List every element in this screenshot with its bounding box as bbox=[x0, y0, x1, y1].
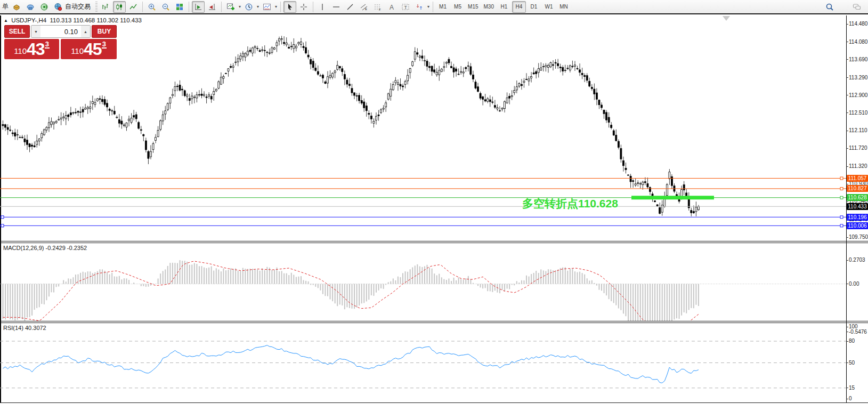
buy-price-main: 45 bbox=[84, 40, 102, 58]
axis-tick-label: 0.00 bbox=[849, 281, 859, 287]
axis-tick bbox=[846, 260, 848, 261]
buy-price-prefix: 110 bbox=[71, 44, 84, 58]
axis-tick bbox=[846, 237, 848, 238]
text-label-tool[interactable]: T bbox=[399, 1, 412, 13]
tf-w1-button[interactable]: W1 bbox=[542, 1, 556, 13]
text-tool[interactable]: A bbox=[385, 1, 398, 13]
templates-dropdown-caret[interactable]: ▾ bbox=[274, 4, 278, 9]
auto-scroll-button[interactable] bbox=[192, 1, 205, 13]
sell-price-main: 43 bbox=[27, 40, 45, 58]
pane-divider[interactable] bbox=[0, 241, 868, 241]
pivot-annotation[interactable]: 多空转折点110.628 bbox=[522, 196, 618, 211]
chat-icon[interactable] bbox=[850, 1, 863, 13]
tf-h4-button[interactable]: H4 bbox=[512, 1, 526, 13]
market-cloud-icon[interactable] bbox=[24, 1, 37, 13]
axis-tick bbox=[846, 399, 848, 399]
axis-tick-label: 15 bbox=[849, 385, 855, 391]
tf-h1-button[interactable]: H1 bbox=[497, 1, 511, 13]
buy-quote[interactable]: 110 45 3 bbox=[61, 39, 117, 59]
axis-tick bbox=[846, 77, 848, 78]
tf-d1-button[interactable]: D1 bbox=[527, 1, 541, 13]
axis-tick bbox=[846, 184, 848, 184]
tf-mn-button[interactable]: MN bbox=[557, 1, 571, 13]
pane-divider[interactable] bbox=[0, 323, 868, 323]
axis-tick bbox=[846, 95, 848, 95]
macd-canvas[interactable] bbox=[0, 243, 846, 321]
tf-m30-button[interactable]: M30 bbox=[482, 1, 496, 13]
pane-divider[interactable] bbox=[0, 321, 868, 321]
horizontal-line-tool[interactable] bbox=[330, 1, 343, 13]
tf-m5-button[interactable]: M5 bbox=[451, 1, 465, 13]
zoom-in-button[interactable] bbox=[145, 1, 158, 13]
line-chart-button[interactable] bbox=[127, 1, 140, 13]
autotrade-button[interactable]: 自动交易 bbox=[52, 1, 94, 13]
current-price-badge: 110.433 bbox=[847, 203, 868, 210]
tf-m15-button[interactable]: M15 bbox=[466, 1, 480, 13]
buy-price-sup: 3 bbox=[102, 41, 107, 49]
symbol-title: USDJPY-,H4 bbox=[11, 17, 46, 23]
chart-window: ▲ USDJPY-,H4 110.313 110.468 110.302 110… bbox=[0, 15, 868, 411]
axis-tick bbox=[846, 24, 848, 25]
toolbar-separator bbox=[142, 2, 143, 12]
chart-shift-button[interactable] bbox=[206, 1, 218, 13]
sell-price-sup: 3 bbox=[45, 41, 50, 49]
axis-tick-label: 80 bbox=[849, 338, 855, 344]
candlestick-chart-button[interactable] bbox=[113, 1, 126, 13]
svg-text:T: T bbox=[404, 4, 408, 10]
cursor-button[interactable] bbox=[283, 1, 296, 13]
arrows-tool[interactable] bbox=[413, 1, 426, 13]
toolbar-separator bbox=[280, 2, 281, 12]
axis-tick-label: -0.5476 bbox=[849, 329, 867, 335]
axis-tick bbox=[846, 327, 848, 327]
axis-tick-label: 112.510 bbox=[849, 110, 867, 116]
mt4-window: 单 自动交易 bbox=[0, 0, 868, 411]
chart-shift-marker[interactable] bbox=[723, 16, 730, 21]
axis-tick-label: 0.2703 bbox=[849, 257, 865, 263]
axis-tick bbox=[846, 148, 848, 149]
symbol-header: ▲ USDJPY-,H4 110.313 110.468 110.302 110… bbox=[4, 17, 142, 23]
vertical-line-tool[interactable] bbox=[316, 1, 329, 13]
periods-dropdown-caret[interactable]: ▾ bbox=[256, 4, 260, 9]
volume-increase-button[interactable]: ▲ bbox=[81, 26, 90, 37]
sell-button[interactable]: SELL bbox=[4, 25, 30, 38]
tf-m1-button[interactable]: M1 bbox=[436, 1, 450, 13]
price-level-badge: 110.628 bbox=[847, 194, 868, 201]
toolbar-separator bbox=[433, 2, 433, 12]
volume-input[interactable] bbox=[40, 26, 81, 37]
deposit-icon[interactable] bbox=[10, 1, 23, 13]
one-click-trading-panel: SELL ▼ ▲ BUY 110 43 3 110 45 3 bbox=[4, 25, 117, 59]
fibonacci-tool[interactable]: F bbox=[371, 1, 384, 13]
pane-divider[interactable] bbox=[0, 243, 868, 243]
axis-tick-label: 112.110 bbox=[849, 127, 867, 133]
toolbar-separator bbox=[221, 2, 222, 12]
price-chart-canvas[interactable] bbox=[0, 15, 846, 241]
axis-tick-label: 111.320 bbox=[849, 163, 867, 169]
signals-icon[interactable] bbox=[38, 1, 51, 13]
templates-button[interactable] bbox=[261, 1, 273, 13]
trendline-tool[interactable] bbox=[344, 1, 356, 13]
axis-tick-label: 100 bbox=[849, 324, 858, 329]
buy-button[interactable]: BUY bbox=[92, 25, 117, 38]
equidistant-channel-tool[interactable]: E bbox=[358, 1, 370, 13]
new-order-button[interactable]: 单 bbox=[1, 2, 10, 11]
bar-chart-button[interactable] bbox=[99, 1, 112, 13]
panel-collapse-icon[interactable]: ▲ bbox=[4, 18, 8, 23]
volume-decrease-button[interactable]: ▼ bbox=[31, 26, 40, 37]
price-level-badge: 111.057 bbox=[847, 175, 868, 182]
axis-tick bbox=[846, 166, 848, 167]
axis-tick bbox=[846, 202, 848, 202]
rsi-canvas[interactable] bbox=[0, 323, 846, 402]
search-icon[interactable] bbox=[823, 1, 836, 13]
crosshair-button[interactable] bbox=[297, 1, 310, 13]
indicators-button[interactable] bbox=[224, 1, 237, 13]
tile-windows-button[interactable] bbox=[173, 1, 186, 13]
zoom-out-button[interactable] bbox=[159, 1, 172, 13]
periods-button[interactable] bbox=[242, 1, 255, 13]
sell-quote[interactable]: 110 43 3 bbox=[4, 39, 59, 59]
arrows-dropdown-caret[interactable]: ▾ bbox=[426, 4, 431, 9]
axis-tick bbox=[846, 388, 848, 388]
axis-tick bbox=[846, 284, 848, 284]
axis-tick bbox=[846, 42, 848, 42]
indicators-dropdown-caret[interactable]: ▾ bbox=[238, 4, 242, 9]
axis-tick-label: 109.750 bbox=[849, 234, 868, 240]
